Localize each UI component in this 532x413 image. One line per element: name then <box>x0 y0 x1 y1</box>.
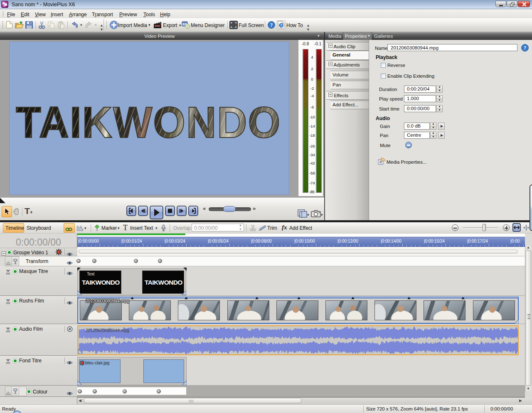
svg-text:?: ? <box>524 45 526 51</box>
svg-text:?: ? <box>270 22 273 28</box>
svg-text:MOVIE: MOVIE <box>155 25 160 27</box>
svg-text:?: ? <box>280 23 282 27</box>
